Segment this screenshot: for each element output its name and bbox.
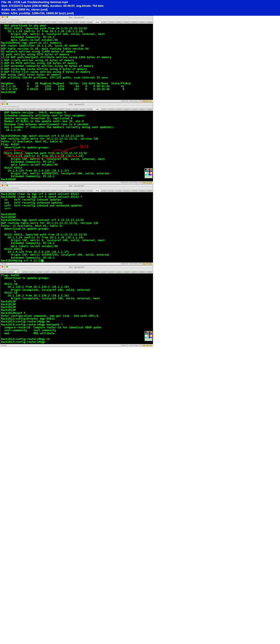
session-tab[interactable]: ● SW2 [122,271,130,273]
zoom-icon[interactable] [6,16,8,18]
session-tab[interactable]: ● R18 [50,190,58,192]
traffic-lights[interactable] [2,16,8,18]
session-tab[interactable]: ● R28 [108,108,115,110]
minimize-icon[interactable] [4,266,6,268]
session-tab[interactable]: ● R25 [86,271,93,273]
close-icon[interactable] [2,184,3,186]
traffic-lights[interactable] [2,266,8,268]
annotation-palette[interactable]: ClikThru [145,331,153,341]
session-tab[interactable]: ● R28 [108,21,115,24]
session-tab[interactable]: ● R24 [79,21,86,24]
color-swatch[interactable] [145,332,147,333]
session-tab[interactable]: ● R18 [50,108,58,110]
session-tab[interactable]: ● SW1 [115,190,122,192]
session-tab[interactable]: ● R16 [36,190,43,192]
session-tab[interactable]: ● R17 [43,271,51,273]
color-swatch[interactable] [145,174,147,176]
color-swatch[interactable] [147,332,148,333]
zoom-icon[interactable] [6,103,8,105]
session-tab[interactable]: ● R26 [93,271,101,273]
session-tab[interactable]: ● BB5 [146,21,153,24]
color-swatch[interactable] [151,337,152,338]
session-tab[interactable]: ● R16 [36,21,43,24]
session-tab[interactable]: ● R24 [79,271,86,273]
session-tab[interactable]: ● R26 [93,21,101,24]
session-tab[interactable]: ● R22 [65,21,72,24]
color-swatch[interactable] [145,172,147,174]
clickthru-label[interactable]: ClikThru [145,176,152,178]
session-tab[interactable]: ● R18 [50,271,58,273]
session-tab[interactable]: ● R22 [65,108,72,110]
session-tab[interactable]: ● R17 [43,190,51,192]
window-titlebar[interactable]: R26 - SecureCRT [0,16,153,19]
session-tab[interactable]: ● R11 [0,21,8,24]
session-tab[interactable]: ● R27 [101,21,108,24]
session-tab[interactable]: ● R13 [15,21,22,24]
toolbar[interactable]: Create a raw session log... [0,19,153,21]
color-swatch[interactable] [151,169,152,170]
session-tab[interactable]: ● R16 [36,108,43,110]
session-tab[interactable]: ● R25 [86,21,93,24]
session-tab[interactable]: ● R23 [72,190,79,192]
window-titlebar[interactable]: R26 - SecureCRT [0,103,153,106]
session-tabs[interactable]: ● R11● R12● R13● R14● R15● R16● R17● R18… [0,190,153,192]
close-icon[interactable] [2,103,3,105]
clickthru-label[interactable]: ClikThru [145,338,152,340]
session-tab[interactable]: ● R13 [15,108,22,110]
session-tab[interactable]: ● R17 [43,108,51,110]
color-swatch[interactable] [151,335,152,336]
session-tabs[interactable]: ● R11● R12● R13● R14● R15● R16● R17● R18… [0,21,153,24]
session-tab[interactable]: ● R27 [101,271,108,273]
window-titlebar[interactable]: R13 - SecureCRT [0,266,153,269]
color-swatch[interactable] [151,170,152,172]
session-tab[interactable]: ● R12 [8,190,15,192]
session-tab[interactable]: ● R19 [58,21,65,24]
color-swatch[interactable] [151,172,152,174]
terminal-output[interactable]: Rack1R26# clear ip bgp vrf A vpnv4 unica… [0,192,153,262]
minimize-icon[interactable] [4,16,6,18]
session-tab[interactable]: ● R15 [29,271,36,273]
color-swatch[interactable] [145,335,147,336]
zoom-icon[interactable] [6,184,8,186]
session-tab[interactable]: ● SW3 [130,108,138,110]
color-swatch[interactable] [149,174,150,176]
session-tab[interactable]: ● BB5 [146,271,153,273]
session-tab[interactable]: ● SW2 [122,108,130,110]
session-tab[interactable]: ● R14 [22,21,29,24]
color-swatch[interactable] [149,333,150,335]
session-tab[interactable]: ● R15 [29,108,36,110]
session-tab[interactable]: ● R11 [0,108,8,110]
color-swatch[interactable] [149,337,150,338]
color-swatch[interactable] [147,337,148,338]
session-tab[interactable]: ● SW1 [115,21,122,24]
color-swatch[interactable] [149,332,150,333]
session-tab[interactable]: ● R26 [93,190,101,192]
session-tab[interactable]: ● BB5 [146,190,153,192]
session-tab[interactable]: ● R14 [22,271,29,273]
session-tab[interactable]: ● SW3 [130,21,138,24]
color-swatch[interactable] [151,333,152,335]
session-tabs[interactable]: ● R11● R12● R13● R14● R15● R16● R17● R18… [0,271,153,274]
session-tab[interactable]: ● SW4 [138,108,146,110]
color-swatch[interactable] [149,169,150,170]
terminal-output[interactable]: Not advertised to any peer 65111 65013, … [0,24,153,100]
terminal-output[interactable]: Flag: 0x820 Advertised to update-groups:… [0,274,153,344]
session-tab[interactable]: ● R19 [58,108,65,110]
minimize-icon[interactable] [4,103,6,105]
color-swatch[interactable] [147,335,148,336]
minimize-icon[interactable] [4,184,6,186]
color-swatch[interactable] [147,333,148,335]
zoom-icon[interactable] [6,266,8,268]
window-titlebar[interactable]: R26 - SecureCRT [0,184,153,188]
session-tab[interactable]: ● SW1 [115,108,122,110]
session-tab[interactable]: ● R28 [108,271,115,273]
session-tab[interactable]: ● R19 [58,190,65,192]
traffic-lights[interactable] [2,184,8,186]
session-tab[interactable]: ● R26 [93,108,101,110]
session-tab[interactable]: ● SW3 [130,190,138,192]
session-tab[interactable]: ● SW4 [138,190,146,192]
session-tab[interactable]: ● SW3 [130,271,138,273]
session-tab[interactable]: ● R12 [8,108,15,110]
session-tab[interactable]: ● SW2 [122,21,130,24]
session-tab[interactable]: ● SW1 [115,271,122,273]
